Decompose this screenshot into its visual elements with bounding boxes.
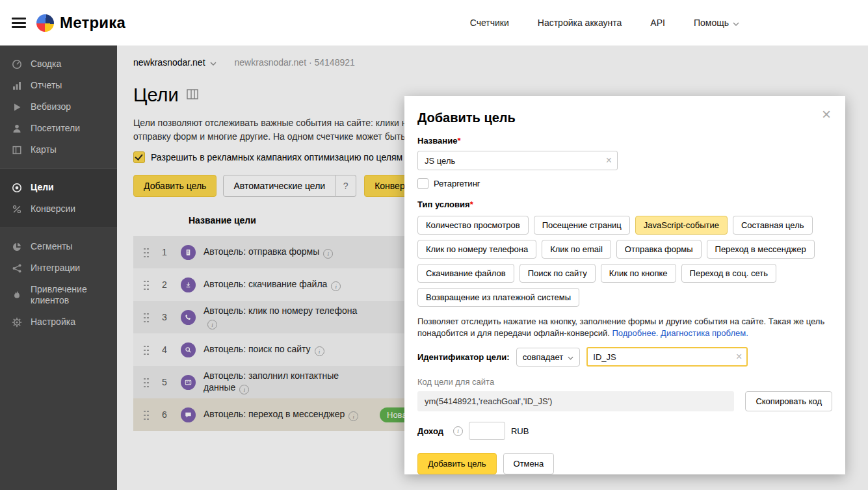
chip-payment-return[interactable]: Возвращение из платежной системы [417,288,579,307]
sidebar-item-goals[interactable]: Цели [0,177,117,198]
add-goal-modal: Добавить цель × Название* × Ретаргетинг … [404,96,845,474]
top-header: Метрика Счетчики Настройка аккаунта API … [0,0,868,45]
name-label: Название* [417,136,832,146]
diagnostics-link[interactable]: Диагностика проблем. [661,328,748,338]
sidebar: Сводка Отчеты Вебвизор Посетители Карты … [0,45,117,490]
play-icon [12,102,23,112]
chip-site-search[interactable]: Поиск по сайту [519,264,596,283]
pie-chart-icon [12,242,23,252]
chip-social-network[interactable]: Переход в соц. сеть [681,264,776,283]
gear-icon [12,317,23,328]
chip-javascript-event[interactable]: JavaScript-событие [635,216,728,235]
code-row: ym(54148921,'reachGoal','ID_JS') Скопиро… [417,391,832,411]
sidebar-item-client-acquisition[interactable]: Привлечение клиентов [0,279,117,311]
sidebar-item-summary[interactable]: Сводка [0,53,117,75]
match-select[interactable]: совпадает [516,348,581,367]
modal-footer: Добавить цель Отмена [417,453,832,474]
name-input-wrap: × [417,151,618,170]
revenue-input[interactable] [469,422,505,440]
modal-cancel-button[interactable]: Отмена [503,453,555,474]
chip-composite-goal[interactable]: Составная цель [733,216,813,235]
modal-add-goal-button[interactable]: Добавить цель [417,453,497,474]
sidebar-group-goals: Цели Конверсии [0,168,117,228]
identifier-input-wrap: × [586,347,748,367]
more-link[interactable]: Подробнее. [612,328,658,338]
nav-account-settings[interactable]: Настройка аккаунта [538,18,622,28]
identifier-label: Идентификатор цели: [417,352,510,362]
currency-label: RUB [511,426,529,436]
map-icon [12,145,23,155]
retargeting-row: Ретаргетинг [417,178,832,189]
metrica-logo[interactable]: Метрика [36,14,125,32]
goal-identifier-input[interactable] [586,347,748,367]
required-asterisk: * [470,200,473,209]
clear-input-icon[interactable]: × [736,351,742,363]
sidebar-item-webvisor[interactable]: Вебвизор [0,96,117,118]
chip-messenger[interactable]: Переход в мессенджер [707,240,815,259]
modal-title: Добавить цель [417,110,832,125]
condition-type-chips: Количество просмотров Посещение страниц … [417,216,832,307]
target-icon [12,183,23,193]
chip-form-submit[interactable]: Отправка формы [616,240,702,259]
close-icon[interactable]: × [822,107,831,122]
condition-description: Позволяет отследить нажатие на кнопку, з… [417,316,832,339]
retargeting-label: Ретаргетинг [434,179,480,188]
info-icon[interactable]: i [453,426,463,436]
chip-page-visit[interactable]: Посещение страниц [534,216,630,235]
nav-help[interactable]: Помощь [694,18,739,28]
dashboard-icon [12,59,23,70]
chip-button-click[interactable]: Клик по кнопке [601,264,676,283]
code-label: Код цели для сайта [417,377,832,387]
chip-pageviews[interactable]: Количество просмотров [417,216,529,235]
sidebar-item-visitors[interactable]: Посетители [0,118,117,139]
chip-email-click[interactable]: Клик по email [542,240,611,259]
revenue-label: Доход [417,426,443,436]
bar-chart-icon [12,81,23,91]
clear-input-icon[interactable]: × [606,155,612,166]
percent-icon [12,204,23,214]
metrica-logo-mark-icon [36,14,54,32]
chevron-down-icon [733,18,739,28]
sidebar-item-reports[interactable]: Отчеты [0,75,117,96]
hamburger-menu-icon[interactable] [12,16,26,31]
nav-counters[interactable]: Счетчики [470,18,509,28]
sidebar-item-settings[interactable]: Настройка [0,311,117,333]
sidebar-group-reports: Сводка Отчеты Вебвизор Посетители Карты [0,45,117,168]
sidebar-group-tools: Сегменты Интеграции Привлечение клиентов… [0,228,117,341]
chip-file-download[interactable]: Скачивание файлов [417,264,514,283]
share-nodes-icon [12,263,23,274]
brand-name: Метрика [60,14,125,32]
sidebar-item-conversions[interactable]: Конверсии [0,198,117,220]
person-icon [12,123,23,134]
condition-type-label: Тип условия* [417,200,832,209]
retargeting-checkbox[interactable] [417,178,428,189]
revenue-row: Доход i RUB [417,422,832,440]
sidebar-item-integrations[interactable]: Интеграции [0,257,117,279]
chip-phone-click[interactable]: Клик по номеру телефона [417,240,536,259]
sidebar-item-segments[interactable]: Сегменты [0,236,117,257]
identifier-row: Идентификатор цели: совпадает × [417,347,832,367]
flame-icon [12,290,23,300]
goal-name-input[interactable] [417,151,618,170]
header-nav: Счетчики Настройка аккаунта API Помощь [470,18,739,28]
nav-api[interactable]: API [650,18,665,28]
chevron-down-icon [568,352,573,362]
required-asterisk: * [457,136,460,146]
sidebar-item-maps[interactable]: Карты [0,139,117,161]
goal-code-snippet: ym(54148921,'reachGoal','ID_JS') [417,391,734,411]
copy-code-button[interactable]: Скопировать код [745,391,832,411]
